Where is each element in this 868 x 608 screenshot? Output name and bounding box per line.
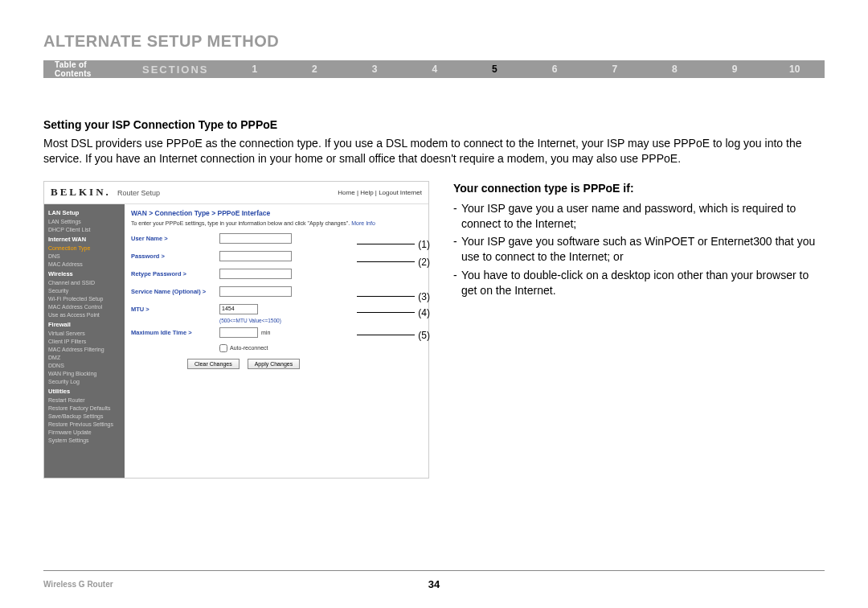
- sidebar-item[interactable]: WAN Ping Blocking: [44, 370, 125, 378]
- sidebar-item[interactable]: Wi-Fi Protected Setup: [44, 295, 125, 303]
- callout-2: (2): [418, 257, 430, 268]
- nav-section-7[interactable]: 7: [584, 64, 645, 75]
- intro-text: Most DSL providers use PPPoE as the conn…: [43, 136, 825, 166]
- sidebar-cat-firewall: Firewall: [44, 319, 125, 330]
- callout-3: (3): [418, 291, 430, 302]
- sidebar-item[interactable]: Restore Previous Settings: [44, 421, 125, 429]
- nav-sections-label: SECTIONS: [134, 64, 224, 76]
- callout-5: (5): [418, 330, 430, 341]
- sidebar-item[interactable]: Security: [44, 287, 125, 295]
- router-sidebar: LAN Setup LAN Settings DHCP Client List …: [44, 204, 125, 478]
- nav-toc[interactable]: Table of Contents: [43, 60, 134, 78]
- nav-section-3[interactable]: 3: [345, 64, 405, 75]
- sidebar-item[interactable]: System Settings: [44, 437, 125, 445]
- bullet-dash: -: [453, 234, 461, 265]
- sidebar-cat-wireless: Wireless: [44, 269, 125, 279]
- sidebar-item[interactable]: Virtual Servers: [44, 330, 125, 338]
- callout-1: (1): [418, 239, 430, 250]
- sidebar-item[interactable]: MAC Address Control: [44, 303, 125, 311]
- nav-section-5[interactable]: 5: [465, 64, 525, 75]
- nav-section-10[interactable]: 10: [764, 64, 825, 75]
- router-header: BELKIN. Router Setup Home | Help | Logou…: [44, 182, 428, 204]
- sidebar-item[interactable]: Client IP Filters: [44, 338, 125, 346]
- nav-section-8[interactable]: 8: [645, 64, 705, 75]
- input-retype[interactable]: [219, 269, 292, 279]
- apply-changes-button[interactable]: Apply Changes: [248, 359, 300, 369]
- bullet-text: You have to double-click on a desktop ic…: [461, 268, 825, 298]
- bullet-dash: -: [453, 201, 461, 232]
- sidebar-item[interactable]: Security Log: [44, 378, 125, 386]
- router-main-panel: WAN > Connection Type > PPPoE Interface …: [125, 204, 428, 478]
- sidebar-item[interactable]: Restore Factory Defaults: [44, 405, 125, 413]
- sidebar-item[interactable]: MAC Address Filtering: [44, 346, 125, 354]
- sidebar-cat-utilities: Utilities: [44, 386, 125, 396]
- sidebar-item[interactable]: Connection Type: [44, 244, 125, 253]
- footer-rule: [43, 570, 825, 571]
- router-top-links[interactable]: Home | Help | Logout Internet: [338, 189, 422, 196]
- router-breadcrumb: WAN > Connection Type > PPPoE Interface: [131, 209, 422, 217]
- label-auto-reconnect: Auto-reconnect: [230, 345, 268, 351]
- nav-section-2[interactable]: 2: [285, 64, 345, 75]
- router-instruction-text: To enter your PPPoE settings, type in yo…: [131, 220, 350, 226]
- nav-section-4[interactable]: 4: [404, 64, 465, 75]
- section-nav: Table of Contents SECTIONS 1 2 3 4 5 6 7…: [43, 60, 825, 78]
- router-screenshot: BELKIN. Router Setup Home | Help | Logou…: [43, 181, 429, 479]
- more-info-link[interactable]: More Info: [351, 220, 375, 226]
- input-password[interactable]: [219, 251, 292, 261]
- bullet-dash: -: [453, 268, 461, 298]
- sidebar-item[interactable]: DDNS: [44, 362, 125, 370]
- bullet-text: Your ISP gave you a user name and passwo…: [461, 201, 825, 232]
- intro-heading: Setting your ISP Connection Type to PPPo…: [43, 118, 825, 131]
- sidebar-item[interactable]: Save/Backup Settings: [44, 413, 125, 421]
- sidebar-item[interactable]: LAN Settings: [44, 218, 125, 226]
- checkbox-auto-reconnect[interactable]: [219, 344, 227, 352]
- sidebar-item[interactable]: MAC Address: [44, 261, 125, 269]
- nav-section-1[interactable]: 1: [224, 64, 285, 75]
- input-mtu[interactable]: 1454: [219, 304, 258, 314]
- input-idle[interactable]: [219, 327, 258, 338]
- sidebar-item[interactable]: DHCP Client List: [44, 226, 125, 234]
- sidebar-cat-lan: LAN Setup: [44, 207, 125, 218]
- label-mtu: MTU >: [131, 306, 219, 313]
- mtu-hint: (500<=MTU Value<=1500): [219, 318, 422, 323]
- belkin-subtitle: Router Setup: [117, 189, 160, 197]
- label-retype: Retype Password >: [131, 270, 219, 277]
- belkin-logo: BELKIN.: [51, 186, 111, 198]
- nav-section-6[interactable]: 6: [525, 64, 585, 75]
- sidebar-item[interactable]: Channel and SSID: [44, 279, 125, 287]
- page-title: ALTERNATE SETUP METHOD: [43, 32, 825, 51]
- sidebar-item[interactable]: DMZ: [44, 354, 125, 362]
- callout-4: (4): [418, 307, 430, 318]
- label-username: User Name >: [131, 235, 219, 242]
- input-service[interactable]: [219, 286, 292, 297]
- label-idle: Maximum Idle Time >: [131, 329, 219, 336]
- sidebar-item[interactable]: DNS: [44, 253, 125, 261]
- sidebar-cat-wan: Internet WAN: [44, 234, 125, 244]
- clear-changes-button[interactable]: Clear Changes: [187, 359, 240, 369]
- sidebar-item[interactable]: Restart Router: [44, 396, 125, 405]
- input-username[interactable]: [219, 233, 292, 244]
- right-heading: Your connection type is PPPoE if:: [453, 181, 825, 196]
- label-service: Service Name (Optional) >: [131, 288, 219, 295]
- label-password: Password >: [131, 253, 219, 260]
- sidebar-item[interactable]: Use as Access Point: [44, 311, 125, 319]
- sidebar-item[interactable]: Firmware Update: [44, 429, 125, 437]
- nav-section-9[interactable]: 9: [705, 64, 765, 75]
- page-number: 34: [43, 578, 825, 590]
- label-min: min: [261, 330, 270, 335]
- router-instruction: To enter your PPPoE settings, type in yo…: [131, 220, 422, 226]
- bullet-text: Your ISP gave you software such as WinPO…: [461, 234, 825, 265]
